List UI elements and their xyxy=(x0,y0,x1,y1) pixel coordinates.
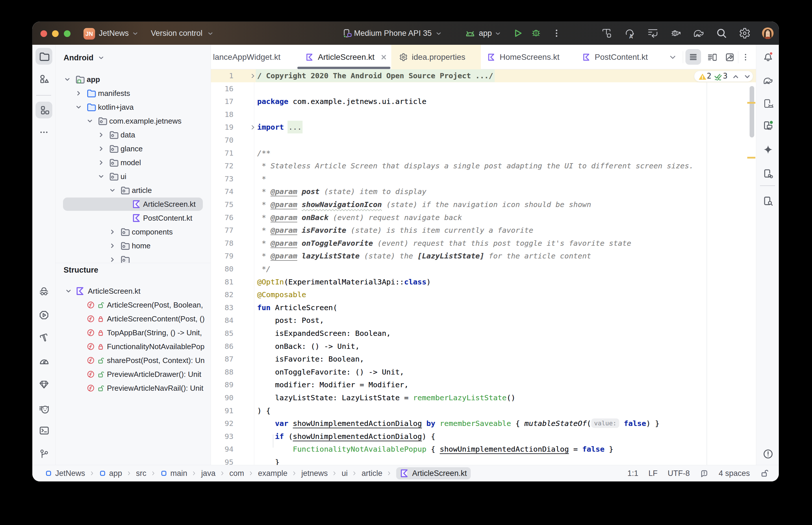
editor-code-area[interactable]: 1/ Copyright 2020 The Android Open Sourc… xyxy=(211,69,756,465)
gradle-sync-button[interactable] xyxy=(692,27,705,39)
device-manager-icon[interactable] xyxy=(759,117,776,134)
tree-row[interactable]: ArticleScreen.kt xyxy=(56,197,211,211)
tree-row[interactable]: components xyxy=(56,225,211,239)
structure-row[interactable]: sharePost(Post, Context): Un xyxy=(56,354,211,367)
editor-tab[interactable]: idea.properties xyxy=(391,45,481,69)
project-view-selector[interactable]: Android xyxy=(63,54,105,62)
resource-manager-icon[interactable] xyxy=(35,71,52,87)
breadcrumb-item[interactable]: ui xyxy=(342,469,348,478)
tab-options-kebab-icon[interactable] xyxy=(740,45,751,69)
warning-stripe-mark[interactable] xyxy=(747,157,755,159)
structure-row[interactable]: PreviewArticleDrawer(): Unit xyxy=(56,367,211,381)
tree-row[interactable]: glance xyxy=(56,142,211,156)
chevron-right-icon[interactable] xyxy=(108,241,117,250)
more-ellipsis-icon[interactable] xyxy=(35,124,52,141)
chevron-down-icon[interactable] xyxy=(108,186,117,195)
device-icon[interactable] xyxy=(342,28,353,39)
editor-tab[interactable]: ArticleScreen.kt xyxy=(297,45,390,69)
debug-button[interactable] xyxy=(531,28,542,39)
breadcrumb-item[interactable]: com xyxy=(230,469,244,478)
tree-row[interactable]: home xyxy=(56,239,211,253)
design-view-button[interactable] xyxy=(722,45,737,69)
tree-row[interactable]: article xyxy=(56,183,211,197)
editor-tab[interactable]: HomeScreens.kt xyxy=(479,45,560,69)
breadcrumb-item[interactable]: main xyxy=(160,469,188,478)
tree-row[interactable]: manifests xyxy=(56,86,211,100)
device-mirror-icon[interactable] xyxy=(759,165,776,182)
build-button[interactable] xyxy=(601,27,612,39)
run-config-selector[interactable]: app xyxy=(479,22,492,45)
breadcrumb-item[interactable]: JetNews xyxy=(45,469,85,478)
running-devices-icon[interactable] xyxy=(759,95,776,112)
run-button[interactable] xyxy=(512,28,523,39)
chevron-down-icon[interactable] xyxy=(64,287,73,296)
avatar[interactable] xyxy=(762,27,774,39)
status-widget[interactable]: UTF-8 xyxy=(667,469,690,478)
code-view-button[interactable] xyxy=(685,49,701,65)
warning-stripe-mark[interactable] xyxy=(747,102,755,104)
close-tab-icon[interactable] xyxy=(380,53,388,61)
apply-code-changes-button[interactable] xyxy=(647,27,659,39)
tree-row[interactable]: kotlin+java xyxy=(56,100,211,114)
structure-row[interactable]: PreviewArticleNavRail(): Unit xyxy=(56,381,211,395)
profiler-icon[interactable] xyxy=(35,307,52,324)
structure-row[interactable]: ArticleScreenContent(Post, () xyxy=(56,312,211,326)
breadcrumb-item[interactable]: article xyxy=(361,469,382,478)
chevron-down-icon[interactable] xyxy=(86,117,94,125)
build-icon[interactable] xyxy=(35,329,52,346)
apply-changes-button[interactable]: A xyxy=(624,27,636,39)
chevron-down-icon[interactable] xyxy=(74,103,83,111)
chevron-right-icon[interactable] xyxy=(97,145,105,153)
tree-row[interactable] xyxy=(56,253,211,263)
tree-row[interactable]: com.example.jetnews xyxy=(56,114,211,128)
editor-tab[interactable]: lanceAppWidget.kt xyxy=(213,45,297,69)
minimize-window-button[interactable] xyxy=(52,30,59,37)
status-widget[interactable]: 1:1 xyxy=(628,469,638,478)
structure-row[interactable]: ArticleScreen.kt xyxy=(56,284,211,298)
status-widget[interactable]: 4 spaces xyxy=(719,469,750,478)
breadcrumb-item[interactable]: example xyxy=(258,469,287,478)
problems-icon[interactable] xyxy=(759,445,776,462)
fold-chevron-icon[interactable] xyxy=(248,121,258,134)
breadcrumb-item[interactable]: jetnews xyxy=(301,469,328,478)
app-insights-icon[interactable] xyxy=(35,376,52,392)
tree-row[interactable]: ui xyxy=(56,169,211,183)
project-folder-icon[interactable] xyxy=(35,48,52,65)
chevron-right-icon[interactable] xyxy=(97,158,105,167)
chevron-down-icon[interactable] xyxy=(63,75,72,84)
structure-row[interactable]: FunctionalityNotAvailablePop xyxy=(56,340,211,354)
zoom-window-button[interactable] xyxy=(64,30,71,37)
attach-debugger-button[interactable] xyxy=(670,27,682,39)
settings-gear-button[interactable] xyxy=(739,27,751,39)
device-explorer-icon[interactable] xyxy=(759,193,776,209)
unlocked-icon[interactable] xyxy=(760,469,769,478)
breadcrumb-item[interactable]: java xyxy=(201,469,216,478)
editor-tab[interactable]: PostContent.kt xyxy=(574,45,652,69)
vcs-menu[interactable]: Version control xyxy=(151,22,203,45)
structure-row[interactable]: ArticleScreen(Post, Boolean, xyxy=(56,298,211,312)
project-menu[interactable]: JetNews xyxy=(99,22,129,45)
tree-row[interactable]: PostContent.kt xyxy=(56,211,211,225)
gemini-sparkle-icon[interactable] xyxy=(759,141,776,158)
device-selector[interactable]: Medium Phone API 35 xyxy=(354,22,432,45)
editor-scrollbar[interactable] xyxy=(750,86,754,137)
chevron-right-icon[interactable] xyxy=(108,228,117,236)
captures-icon[interactable] xyxy=(35,283,52,300)
chevron-right-icon[interactable] xyxy=(74,89,83,97)
hidden-tabs-chevron-icon[interactable] xyxy=(667,45,678,69)
notifications-bell-icon[interactable] xyxy=(759,48,776,65)
more-actions-kebab-icon[interactable] xyxy=(551,28,562,39)
chevron-right-icon[interactable] xyxy=(108,255,117,263)
terminal-icon[interactable] xyxy=(35,422,52,439)
tree-row[interactable]: model xyxy=(56,156,211,169)
benchmark-icon[interactable] xyxy=(35,353,52,370)
chevron-down-icon[interactable] xyxy=(97,172,105,181)
status-widget[interactable]: LF xyxy=(648,469,658,478)
gradle-icon[interactable] xyxy=(759,72,776,89)
close-window-button[interactable] xyxy=(41,30,47,37)
tree-row[interactable]: app xyxy=(56,73,211,86)
breadcrumb-item[interactable]: src xyxy=(136,469,147,478)
project-logo[interactable]: JN xyxy=(84,28,95,40)
tree-row[interactable]: data xyxy=(56,128,211,142)
version-control-icon[interactable] xyxy=(35,445,52,462)
